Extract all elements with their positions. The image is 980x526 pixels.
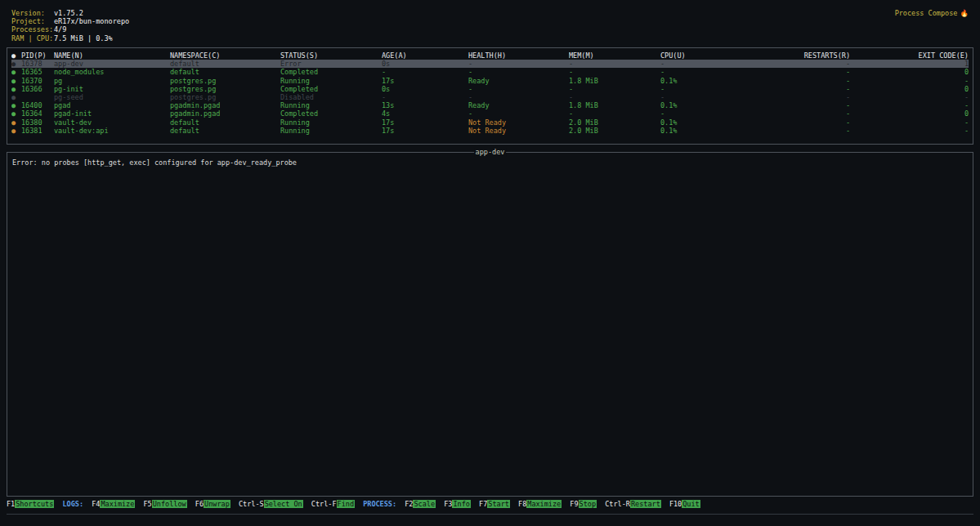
stat-value: eR17x/bun-monorepo [54, 17, 129, 25]
cell-restarts: - [750, 93, 850, 101]
cell-restarts: - [750, 109, 850, 118]
status-dot-icon: ● [11, 93, 16, 101]
cell-cpu: 0.1% [660, 127, 750, 135]
stats-panel: Version:v1.75.2 Project:eR17x/bun-monore… [11, 9, 129, 42]
footer-shortcut-maximize-logs[interactable]: F4Maximize [92, 500, 135, 508]
status-dot-icon: ● [11, 101, 16, 109]
footer-shortcut-select-on[interactable]: Ctrl-SSelect On [239, 500, 303, 508]
cell-name: vault-dev:api [54, 127, 170, 135]
cell-pid: 16400 [21, 101, 54, 109]
shortcut-bar: F1Shortcuts LOGS: F4Maximize F5Unfollow … [7, 499, 973, 510]
footer-shortcut-scale[interactable]: F2Scale [405, 500, 436, 508]
cell-mem: - [569, 109, 660, 118]
cell-pid: 16365 [21, 68, 54, 76]
cell-name: node_modules [54, 68, 170, 76]
footer-shortcut-start[interactable]: F7Start [479, 500, 510, 508]
col-namespace: NAMESPACE(C) [170, 51, 280, 60]
footer-shortcut-shortcuts[interactable]: F1Shortcuts [7, 500, 54, 508]
cell-restarts: - [750, 85, 850, 93]
app-title: Process Compose [895, 9, 958, 17]
col-mem: MEM(M) [569, 51, 660, 60]
cell-health: - [468, 109, 569, 118]
cell-status: Running [280, 77, 382, 85]
cell-cpu: - [660, 85, 750, 93]
cell-health: Ready [468, 101, 569, 109]
cell-namespace: default [170, 127, 280, 135]
stat-value: 7.5 MiB | 0.3% [54, 34, 113, 42]
footer-shortcut-unfollow[interactable]: F5Unfollow [143, 500, 186, 508]
table-row-node-modules[interactable]: ● 16365 node_modules default Completed -… [11, 68, 969, 76]
cell-cpu: - [660, 60, 750, 68]
cell-status: Running [280, 127, 382, 135]
cell-mem: - [569, 85, 660, 93]
table-row-app-dev[interactable]: ● 16378 app-dev default Error 0s - - - -… [11, 60, 969, 68]
cell-mem: 2.0 MiB [569, 127, 660, 135]
stat-label: Version: [11, 9, 54, 17]
cell-health: - [468, 60, 569, 68]
footer-section-process: PROCESS: [363, 500, 396, 508]
table-row-pg-init[interactable]: ● 16366 pg-init postgres.pg Completed 0s… [11, 85, 969, 93]
footer-shortcut-restart[interactable]: Ctrl-RRestart [605, 500, 661, 508]
cell-status: Disabled [280, 93, 382, 101]
footer-shortcut-stop[interactable]: F9Stop [570, 500, 597, 508]
table-row-pg-seed[interactable]: ● pg-seed postgres.pg Disabled - - - - -… [11, 93, 969, 101]
cell-mem: 1.8 MiB [569, 77, 660, 85]
footer-key: F5 [143, 500, 151, 508]
cell-exit-code: 0 [850, 85, 969, 93]
stat-version: Version:v1.75.2 [11, 9, 129, 17]
footer-key: F6 [195, 500, 204, 508]
cell-age: 17s [382, 77, 468, 85]
cell-exit-code: 0 [850, 68, 969, 76]
cell-name: app-dev [54, 60, 170, 68]
footer-key: Ctrl-F [311, 500, 337, 508]
stat-label: Processes: [11, 25, 54, 33]
status-dot-icon: ● [11, 85, 16, 93]
table-row-pg[interactable]: ● 16370 pg postgres.pg Running 17s Ready… [11, 77, 969, 85]
table-header: ● PID(P) NAME(N) NAMESPACE(C) STATUS(S) … [11, 51, 969, 60]
cell-cpu: - [660, 68, 750, 76]
cell-status: Completed [280, 109, 382, 118]
col-cpu: CPU(U) [660, 51, 750, 60]
col-age: AGE(A) [382, 51, 468, 60]
footer-key: Ctrl-R [605, 500, 630, 508]
cell-status: Running [280, 101, 382, 109]
process-table: ● PID(P) NAME(N) NAMESPACE(C) STATUS(S) … [7, 47, 973, 145]
cell-status: Running [280, 118, 382, 127]
footer-shortcut-info[interactable]: F3Info [444, 500, 471, 508]
footer-key: Ctrl-S [239, 500, 264, 508]
cell-name: pg-seed [54, 93, 170, 101]
footer-action: Stop [579, 500, 597, 508]
table-row-vault-dev-api[interactable]: ● 16381 vault-dev:api default Running 17… [11, 127, 969, 135]
cell-status: Error [280, 60, 382, 68]
cell-pid: 16364 [21, 109, 54, 118]
footer-action: Start [487, 500, 510, 508]
footer-shortcut-find[interactable]: Ctrl-FFind [311, 500, 355, 508]
log-panel[interactable]: app-dev Error: no probes [http_get, exec… [7, 152, 973, 497]
col-pid: PID(P) [21, 51, 54, 60]
stat-ram-cpu: RAM | CPU:7.5 MiB | 0.3% [11, 34, 129, 42]
table-row-pgad[interactable]: ● 16400 pgad pgadmin.pgad Running 13s Re… [11, 101, 969, 109]
cell-status: Completed [280, 85, 382, 93]
cell-restarts: - [750, 101, 850, 109]
cell-mem: - [569, 93, 660, 101]
cell-pid: 16378 [21, 60, 54, 68]
footer-shortcut-unwrap[interactable]: F6Unwrap [195, 500, 230, 508]
table-row-pgad-init[interactable]: ● 16364 pgad-init pgadmin.pgad Completed… [11, 109, 969, 118]
cell-mem: - [569, 68, 660, 76]
cell-pid: 16380 [21, 118, 54, 127]
log-line: Error: no probes [http_get, exec] config… [12, 158, 968, 167]
footer-shortcut-quit[interactable]: F10Quit [669, 500, 700, 508]
cell-cpu: 0.1% [660, 77, 750, 85]
cell-exit-code: - [850, 127, 969, 135]
footer-shortcut-maximize-process[interactable]: F8Maximize [518, 500, 562, 508]
cell-health: Not Ready [468, 127, 569, 135]
table-row-vault-dev[interactable]: ● 16380 vault-dev default Running 17s No… [11, 118, 969, 127]
footer-action: Restart [630, 500, 661, 508]
footer-action: Scale [413, 500, 436, 508]
cell-age: 17s [382, 127, 468, 135]
status-dot-icon: ● [11, 109, 16, 118]
footer-action: Maximize [526, 500, 562, 508]
footer-key: F10 [669, 500, 682, 508]
cell-mem: - [569, 60, 660, 68]
status-dot-icon: ● [11, 127, 16, 135]
